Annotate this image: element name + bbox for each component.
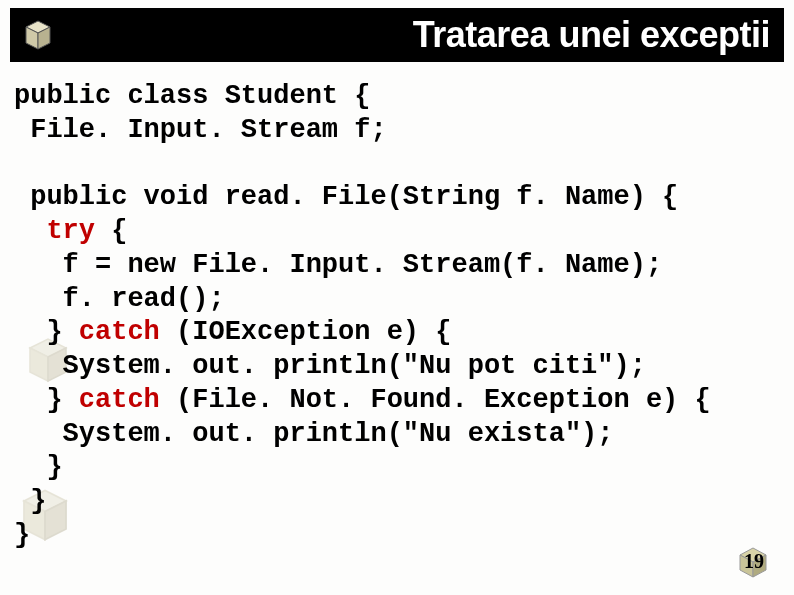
code-line: } catch (IOException e) { — [14, 317, 451, 347]
keyword-catch: catch — [79, 385, 160, 415]
code-line: f = new File. Input. Stream(f. Name); — [14, 250, 662, 280]
slide: Tratarea unei exceptii public class Stud… — [0, 0, 794, 595]
code-line: try { — [14, 216, 127, 246]
page-number-box: 19 — [730, 541, 776, 581]
code-line: } — [14, 486, 46, 516]
cube-icon — [18, 15, 58, 55]
code-line: } catch (File. Not. Found. Exception e) … — [14, 385, 711, 415]
code-line: File. Input. Stream f; — [14, 115, 387, 145]
code-line: } — [14, 520, 30, 550]
code-line: f. read(); — [14, 284, 225, 314]
page-number: 19 — [744, 550, 764, 573]
code-line: System. out. println("Nu exista"); — [14, 419, 614, 449]
code-line: System. out. println("Nu pot citi"); — [14, 351, 646, 381]
code-line: public void read. File(String f. Name) { — [14, 182, 678, 212]
slide-title: Tratarea unei exceptii — [58, 14, 784, 56]
code-line: public class Student { — [14, 81, 370, 111]
header-bar: Tratarea unei exceptii — [10, 8, 784, 62]
keyword-try: try — [46, 216, 95, 246]
code-line: } — [14, 452, 63, 482]
keyword-catch: catch — [79, 317, 160, 347]
code-block: public class Student { File. Input. Stre… — [14, 80, 784, 553]
